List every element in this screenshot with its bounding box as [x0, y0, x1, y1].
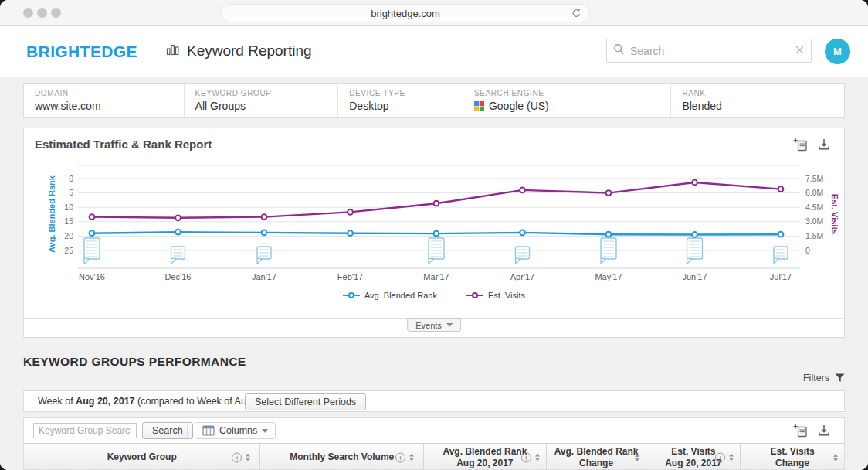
filter-keyword-group[interactable]: KEYWORD GROUPAll Groups: [184, 84, 338, 117]
sort-icon[interactable]: [535, 454, 540, 461]
filter-value-text: Blended: [682, 100, 721, 112]
event-marker-icon[interactable]: [257, 247, 271, 264]
left-axis-tick: 0: [69, 174, 73, 183]
add-to-dashboard-icon: [793, 138, 808, 152]
sort-icon[interactable]: [409, 454, 414, 461]
select-different-periods-button[interactable]: Select Different Periods: [245, 393, 366, 410]
filter-value-text: All Groups: [195, 100, 246, 112]
filter-value: www.site.com: [35, 100, 184, 112]
column-header-label: Monthly Search Volume: [290, 451, 394, 463]
filter-rank[interactable]: RANKBlended: [670, 84, 844, 117]
info-icon[interactable]: i: [715, 452, 725, 462]
event-marker-icon[interactable]: [516, 247, 530, 264]
search-icon: [613, 43, 625, 58]
table-header-row: Keyword GroupiMonthly Search VolumeiAvg.…: [24, 443, 844, 470]
filters-button[interactable]: Filters: [803, 373, 845, 383]
sort-icon[interactable]: [729, 454, 734, 461]
x-axis-label: Feb'17: [337, 272, 363, 281]
sort-icon[interactable]: [833, 454, 838, 461]
left-axis-tick: 10: [64, 203, 73, 212]
chevron-down-icon: [446, 323, 453, 327]
filter-label: DEVICE TYPE: [349, 89, 463, 97]
toolbar-divider: [187, 421, 188, 440]
traffic-rank-chart: 051015202501.5M3.0M4.5M6.0M7.5MNov'16Dec…: [24, 163, 846, 288]
keyword-group-search-input[interactable]: [33, 423, 137, 438]
reload-icon[interactable]: [571, 8, 582, 22]
column-header-avg-blended-rank-change[interactable]: Avg. Blended RankChange: [546, 444, 646, 470]
add-to-dashboard-button[interactable]: [793, 138, 808, 152]
legend-item-est-visits[interactable]: Est. Visits: [466, 291, 525, 300]
period-value: Aug 20, 2017: [76, 396, 134, 407]
filters-label: Filters: [803, 373, 829, 383]
column-header-icons: [833, 454, 838, 461]
filter-domain[interactable]: DOMAINwww.site.com: [24, 84, 184, 117]
section-title: KEYWORD GROUPS PERFORMANCE: [23, 355, 246, 369]
left-axis-tick: 20: [64, 231, 73, 240]
events-button[interactable]: Events: [407, 318, 461, 332]
column-header-icons: i: [232, 452, 250, 462]
event-marker-icon[interactable]: [171, 247, 185, 264]
left-axis-title: Avg. Blended Rank: [47, 175, 56, 253]
user-avatar[interactable]: M: [825, 39, 850, 64]
legend-label: Avg. Blended Rank: [364, 291, 437, 300]
left-axis-tick: 5: [69, 188, 73, 197]
sort-icon[interactable]: [635, 454, 639, 461]
window-close-button[interactable]: [23, 8, 33, 18]
filter-label: DOMAIN: [35, 89, 184, 97]
table-toolbar: Search Columns: [24, 418, 844, 443]
window-minimize-button[interactable]: [37, 8, 47, 18]
global-search-input[interactable]: [630, 45, 789, 57]
x-axis-label: Jul'17: [770, 272, 792, 281]
column-header-avg-blended-rank-aug-20-2017[interactable]: Avg. Blended RankAug 20, 2017i: [423, 444, 546, 470]
event-marker-icon[interactable]: [774, 247, 788, 264]
filter-device-type[interactable]: DEVICE TYPEDesktop: [337, 84, 463, 117]
column-header-est-visits-change[interactable]: Est. VisitsChange: [740, 444, 844, 470]
info-icon[interactable]: i: [232, 452, 242, 462]
filter-label: RANK: [682, 89, 844, 97]
column-header-label: Aug 20, 2017: [456, 458, 513, 469]
left-axis-tick: 15: [64, 216, 73, 226]
x-axis-label: Apr'17: [510, 272, 534, 281]
add-to-dashboard-button[interactable]: [793, 424, 808, 438]
event-marker-icon[interactable]: [84, 238, 100, 264]
download-button[interactable]: [817, 138, 831, 152]
download-button[interactable]: [817, 424, 831, 438]
filter-search-engine[interactable]: SEARCH ENGINEGoogle (US): [463, 84, 670, 117]
funnel-icon: [835, 373, 845, 383]
info-icon[interactable]: i: [521, 452, 531, 462]
column-header-icons: i: [715, 452, 734, 462]
column-header-label: Keyword Group: [107, 451, 177, 463]
column-header-label: Avg. Blended Rank: [442, 446, 527, 458]
x-axis-label: Dec'16: [165, 272, 192, 281]
filter-value: Blended: [682, 100, 844, 112]
download-icon: [817, 138, 831, 152]
event-marker-icon[interactable]: [601, 238, 616, 264]
x-axis-label: May'17: [595, 272, 622, 281]
column-header-icons: i: [521, 452, 540, 462]
google-icon: [474, 101, 484, 111]
filter-bar: DOMAINwww.site.comKEYWORD GROUPAll Group…: [23, 83, 845, 118]
column-header-monthly-search-volume[interactable]: Monthly Search Volumei: [259, 444, 423, 470]
column-header-est-visits-aug-20-2017[interactable]: Est. VisitsAug 20, 2017i: [646, 444, 740, 470]
legend-item-avg-blended-rank[interactable]: Avg. Blended Rank: [343, 291, 437, 300]
search-button[interactable]: Search: [142, 422, 193, 439]
event-marker-icon[interactable]: [429, 238, 444, 264]
filter-value-text: Google (US): [489, 100, 549, 112]
columns-button-label: Columns: [219, 425, 257, 436]
window-zoom-button[interactable]: [51, 8, 61, 18]
address-bar[interactable]: brightedge.com: [221, 4, 590, 22]
columns-button[interactable]: Columns: [195, 422, 276, 439]
filter-value: Desktop: [349, 100, 463, 112]
filter-value-text: Desktop: [349, 100, 388, 112]
table-actions: [793, 424, 831, 438]
address-url: brightedge.com: [371, 8, 440, 19]
filter-label: SEARCH ENGINE: [474, 89, 670, 97]
column-header-keyword-group[interactable]: Keyword Groupi: [24, 444, 259, 470]
legend-label: Est. Visits: [488, 291, 525, 300]
clear-search-icon[interactable]: [795, 44, 805, 58]
sort-icon[interactable]: [246, 454, 250, 461]
info-icon[interactable]: i: [395, 452, 405, 462]
event-marker-icon[interactable]: [687, 238, 703, 264]
right-axis-tick: 0: [805, 246, 810, 255]
brand-logo[interactable]: BRIGHTEDGE: [26, 43, 137, 61]
